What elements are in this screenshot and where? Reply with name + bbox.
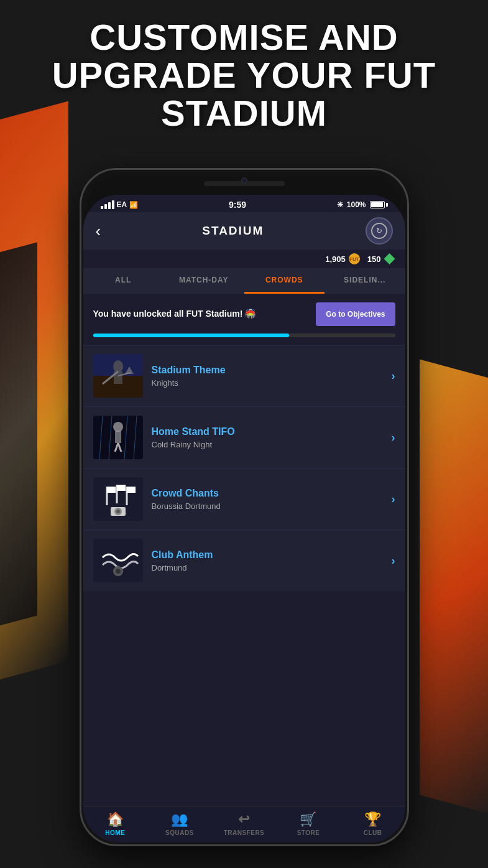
battery-fill: [371, 202, 384, 207]
nav-club-label: CLUB: [364, 829, 382, 836]
anthem-info: Club Anthem Dortmund: [152, 549, 387, 572]
transfers-icon: ↩: [238, 811, 250, 828]
svg-point-28: [116, 569, 121, 574]
back-button[interactable]: ‹: [96, 223, 101, 239]
unlock-banner: You have unlocked all FUT Stadium! 🏟️ Go…: [83, 294, 405, 331]
coins-amount: 1,905: [325, 254, 346, 264]
homestand-tifo-item[interactable]: Home Stand TIFO Cold Rainy Night ›: [83, 406, 405, 468]
battery-tip: [386, 203, 388, 207]
wifi-icon: 📶: [129, 201, 138, 209]
tab-all[interactable]: ALL: [83, 268, 164, 294]
anthem-subtitle: Dortmund: [152, 563, 387, 572]
anthem-title: Club Anthem: [152, 549, 387, 561]
volume-down-button: [80, 372, 80, 416]
nav-squads-label: SQUADS: [165, 829, 194, 836]
svg-rect-20: [117, 485, 126, 491]
nav-club[interactable]: 🏆 CLUB: [341, 806, 405, 842]
anthem-chevron: ›: [392, 554, 395, 567]
gem-icon: [384, 253, 395, 264]
nav-store[interactable]: 🛒 STORE: [276, 806, 341, 842]
carrier-label: EA: [117, 200, 127, 209]
tifo-info: Home Stand TIFO Cold Rainy Night: [152, 426, 387, 449]
scroll-content: You have unlocked all FUT Stadium! 🏟️ Go…: [83, 294, 405, 806]
tifo-thumbnail: [93, 416, 143, 459]
power-button: [408, 332, 409, 394]
club-anthem-item[interactable]: Club Anthem Dortmund ›: [83, 530, 405, 591]
stadium-theme-subtitle: Knights: [152, 378, 387, 388]
chants-info: Crowd Chants Borussia Dortmund: [152, 488, 387, 511]
signal-icon: [101, 200, 114, 209]
home-icon: 🏠: [107, 811, 124, 828]
crowd-chants-item[interactable]: Crowd Chants Borussia Dortmund ›: [83, 468, 405, 530]
tifo-image: [93, 416, 143, 459]
hero-title: CUSTOMISE AND UPGRADE YOUR FUT STADIUM: [0, 19, 488, 133]
svg-point-8: [113, 422, 123, 432]
page-title: STADIUM: [202, 224, 264, 238]
nav-store-label: STORE: [297, 829, 320, 836]
svg-rect-9: [115, 431, 121, 443]
progress-bar-fill: [93, 334, 290, 337]
unlock-text: You have unlocked all FUT Stadium! 🏟️: [93, 308, 309, 320]
svg-point-25: [116, 510, 120, 513]
profile-icon-button[interactable]: ↻: [366, 217, 393, 245]
battery-icon: [370, 201, 388, 208]
squads-icon: 👥: [171, 811, 188, 828]
tab-bar: ALL MATCH-DAY CROWDS SIDELIN...: [83, 268, 405, 294]
phone-screen: EA 📶 9:59 ✳ 100% ‹ S: [83, 195, 405, 842]
profile-icon: ↻: [371, 223, 387, 239]
phone-body: EA 📶 9:59 ✳ 100% ‹ S: [80, 168, 409, 846]
status-bar: EA 📶 9:59 ✳ 100%: [83, 195, 405, 212]
tab-matchday[interactable]: MATCH-DAY: [163, 268, 244, 294]
svg-point-2: [113, 360, 123, 373]
stadium-theme-thumbnail: [93, 354, 143, 398]
phone-camera: [241, 177, 247, 184]
svg-rect-18: [107, 487, 116, 493]
gems-amount: 150: [367, 254, 381, 264]
volume-up-button: [80, 319, 80, 363]
stadium-theme-info: Stadium Theme Knights: [152, 365, 387, 388]
status-right: ✳ 100%: [337, 200, 388, 209]
nav-transfers[interactable]: ↩ TRANSFERS: [212, 806, 277, 842]
signal-bar-3: [108, 202, 111, 209]
knights-image: [93, 354, 143, 398]
club-icon: 🏆: [364, 811, 382, 828]
chants-subtitle: Borussia Dortmund: [152, 502, 387, 511]
stadium-theme-chevron: ›: [392, 370, 395, 383]
hero-section: CUSTOMISE AND UPGRADE YOUR FUT STADIUM: [0, 19, 488, 133]
anthem-thumbnail: [93, 539, 143, 582]
anthem-image: [93, 539, 143, 582]
volume-mute-button: [80, 282, 80, 310]
stadium-theme-item[interactable]: Stadium Theme Knights ›: [83, 345, 405, 406]
tifo-subtitle: Cold Rainy Night: [152, 440, 387, 449]
nav-transfers-label: TRANSFERS: [224, 829, 265, 836]
chants-chevron: ›: [392, 493, 395, 506]
progress-bar-background: [93, 334, 395, 337]
nav-squads[interactable]: 👥 SQUADS: [147, 806, 212, 842]
tab-sidelines[interactable]: SIDELIN...: [325, 268, 405, 294]
status-left: EA 📶: [101, 200, 139, 209]
stadium-theme-title: Stadium Theme: [152, 365, 387, 376]
battery-body: [370, 201, 385, 208]
store-icon: 🛒: [300, 811, 317, 828]
chants-image: [93, 477, 143, 521]
chants-thumbnail: [93, 477, 143, 521]
phone-mockup: EA 📶 9:59 ✳ 100% ‹ S: [80, 168, 409, 846]
coin-icon: FUT: [349, 253, 360, 264]
tifo-title: Home Stand TIFO: [152, 426, 387, 437]
svg-rect-22: [127, 487, 136, 493]
progress-bar-container: [83, 331, 405, 345]
signal-bar-4: [112, 200, 114, 209]
currency-bar: 1,905 FUT 150: [83, 250, 405, 268]
signal-bar-2: [104, 204, 107, 209]
nav-home-label: HOME: [105, 829, 125, 836]
bluetooth-icon: ✳: [337, 200, 343, 209]
bottom-navigation: 🏠 HOME 👥 SQUADS ↩ TRANSFERS 🛒 STORE 🏆: [83, 806, 405, 842]
chants-title: Crowd Chants: [152, 488, 387, 499]
status-time: 9:59: [229, 200, 246, 210]
go-to-objectives-button[interactable]: Go to Objectives: [316, 302, 395, 326]
tab-crowds[interactable]: CROWDS: [244, 268, 325, 294]
tifo-chevron: ›: [392, 431, 395, 444]
battery-percent: 100%: [347, 200, 366, 209]
nav-home[interactable]: 🏠 HOME: [83, 806, 148, 842]
coins-display: 1,905 FUT: [325, 253, 360, 264]
